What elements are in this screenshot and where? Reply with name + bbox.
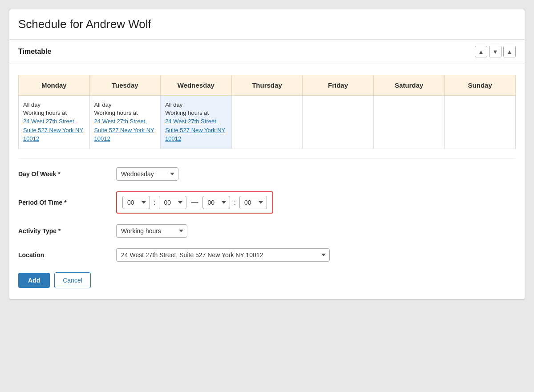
period-required-marker: * bbox=[64, 199, 66, 206]
header-saturday: Saturday bbox=[373, 75, 445, 96]
cell-friday bbox=[303, 96, 374, 149]
timetable-up-button[interactable]: ▲ bbox=[475, 46, 487, 57]
monday-line1: All day bbox=[23, 101, 85, 109]
period-of-time-row: Period Of Time * 00 010203 040506 070809… bbox=[18, 191, 516, 214]
tuesday-link[interactable]: 24 West 27th Street, Suite 527 New York … bbox=[94, 117, 156, 143]
timetable-down-button[interactable]: ▼ bbox=[489, 46, 502, 57]
location-select[interactable]: 24 West 27th Street, Suite 527 New York … bbox=[116, 248, 330, 262]
end-minute-select[interactable]: 00 051015 202530 354045 5055 bbox=[239, 196, 267, 209]
timetable-section-header: Timetable ▲ ▼ ▲ bbox=[9, 40, 525, 64]
header-friday: Friday bbox=[303, 75, 374, 96]
location-label: Location bbox=[18, 251, 116, 259]
day-of-week-row: Day Of Week * Monday Tuesday Wednesday T… bbox=[18, 167, 516, 181]
timetable-section-title: Timetable bbox=[18, 48, 51, 56]
main-container: Schedule for Andrew Wolf Timetable ▲ ▼ ▲… bbox=[9, 9, 525, 299]
cell-sunday bbox=[445, 96, 516, 149]
monday-line2: Working hours at bbox=[23, 109, 85, 117]
timetable-collapse-button[interactable]: ▲ bbox=[503, 46, 516, 57]
timetable: Monday Tuesday Wednesday Thursday Friday… bbox=[18, 75, 516, 149]
start-hour-select[interactable]: 00 010203 040506 070809 101112 131415 16… bbox=[122, 196, 150, 209]
activity-type-select[interactable]: Working hours Break Overtime bbox=[116, 224, 187, 238]
period-of-time-label: Period Of Time * bbox=[18, 199, 116, 206]
day-required-marker: * bbox=[58, 170, 60, 178]
wednesday-line1: All day bbox=[165, 101, 227, 109]
activity-required-marker: * bbox=[58, 227, 61, 234]
header-sunday: Sunday bbox=[445, 75, 516, 96]
cell-tuesday: All day Working hours at 24 West 27th St… bbox=[89, 96, 161, 149]
end-time-colon: : bbox=[234, 198, 235, 206]
cell-thursday bbox=[231, 96, 303, 149]
header-thursday: Thursday bbox=[231, 75, 303, 96]
day-of-week-label: Day Of Week * bbox=[18, 170, 116, 178]
activity-type-label: Activity Type * bbox=[18, 227, 116, 234]
start-time-colon: : bbox=[154, 198, 155, 206]
wednesday-link[interactable]: 24 West 27th Street, Suite 527 New York … bbox=[165, 117, 227, 143]
page-title: Schedule for Andrew Wolf bbox=[18, 17, 516, 31]
activity-type-control: Working hours Break Overtime bbox=[116, 224, 187, 238]
location-control: 24 West 27th Street, Suite 527 New York … bbox=[116, 248, 330, 262]
monday-link[interactable]: 24 West 27th Street, Suite 527 New York … bbox=[23, 117, 85, 143]
tuesday-line1: All day bbox=[94, 101, 156, 109]
end-hour-select[interactable]: 00 010203 040506 070809 101112 131415 16… bbox=[202, 196, 230, 209]
header-wednesday: Wednesday bbox=[161, 75, 232, 96]
tuesday-line2: Working hours at bbox=[94, 109, 156, 117]
day-of-week-select[interactable]: Monday Tuesday Wednesday Thursday Friday… bbox=[116, 167, 178, 181]
cancel-button[interactable]: Cancel bbox=[54, 272, 91, 288]
start-minute-select[interactable]: 00 051015 202530 354045 5055 bbox=[159, 196, 186, 209]
cell-monday: All day Working hours at 24 West 27th St… bbox=[19, 96, 90, 149]
period-of-time-box: 00 010203 040506 070809 101112 131415 16… bbox=[116, 191, 273, 214]
header-monday: Monday bbox=[19, 75, 90, 96]
section-controls: ▲ ▼ ▲ bbox=[475, 46, 516, 57]
form-divider bbox=[18, 158, 516, 158]
page-title-bar: Schedule for Andrew Wolf bbox=[9, 9, 525, 40]
cell-wednesday: All day Working hours at 24 West 27th St… bbox=[161, 96, 232, 149]
section-body: Monday Tuesday Wednesday Thursday Friday… bbox=[9, 64, 525, 299]
buttons-row: Add Cancel bbox=[18, 272, 516, 288]
time-dash: — bbox=[191, 198, 198, 206]
add-button[interactable]: Add bbox=[18, 273, 50, 288]
cell-saturday bbox=[373, 96, 445, 149]
activity-type-row: Activity Type * Working hours Break Over… bbox=[18, 224, 516, 238]
header-tuesday: Tuesday bbox=[89, 75, 161, 96]
day-of-week-control: Monday Tuesday Wednesday Thursday Friday… bbox=[116, 167, 178, 181]
wednesday-line2: Working hours at bbox=[165, 109, 227, 117]
location-row: Location 24 West 27th Street, Suite 527 … bbox=[18, 248, 516, 262]
